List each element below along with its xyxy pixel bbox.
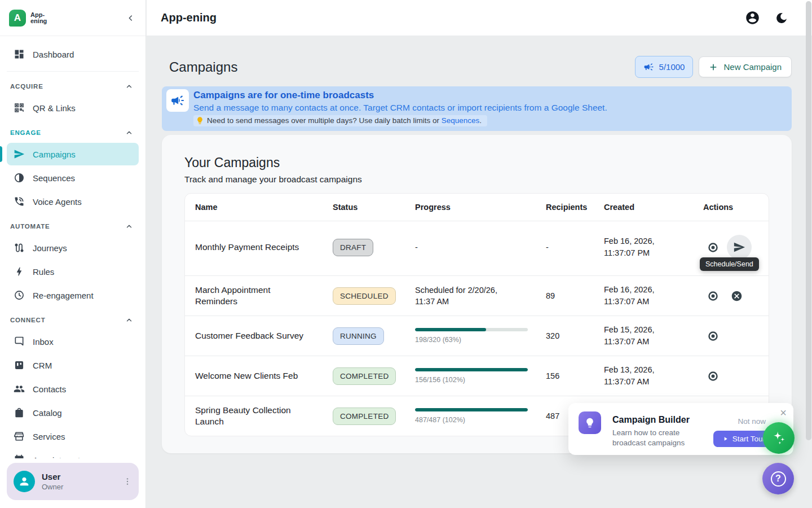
storefront-icon: [14, 431, 25, 442]
page-title: Campaigns: [169, 59, 237, 75]
status-badge: DRAFT: [333, 239, 373, 256]
send-icon: [733, 241, 745, 253]
sidebar-item-label: Appointments: [33, 456, 85, 459]
schedule-send-tooltip: Schedule/Send: [700, 257, 759, 271]
section-acquire[interactable]: ACQUIRE: [7, 74, 139, 95]
sidebar-item-catalog[interactable]: Catalog: [7, 401, 139, 424]
sequences-link[interactable]: Sequences: [442, 116, 480, 125]
progress-caption: 487/487 (102%): [415, 416, 539, 424]
recipients-cell: -: [539, 221, 597, 276]
sidebar-item-label: Inbox: [33, 337, 54, 347]
sequence-icon: [14, 172, 25, 183]
sidebar-item-crm[interactable]: CRM: [7, 354, 139, 376]
progress-cell: Scheduled for 2/20/26, 11:37 AM: [408, 276, 539, 316]
dark-mode-toggle[interactable]: [775, 11, 788, 25]
sidebar-logo-row: A App- ening: [0, 0, 145, 36]
usage-count: 5/1000: [659, 62, 685, 72]
created-cell: Feb 13, 2026, 11:37:07 AM: [597, 356, 696, 396]
ai-assistant-fab[interactable]: [763, 422, 795, 454]
sidebar-item-rules[interactable]: Rules: [7, 260, 139, 283]
cancel-button[interactable]: [727, 286, 746, 305]
status-badge: COMPLETED: [333, 367, 396, 385]
sidebar-item-label: Rules: [33, 267, 54, 277]
new-campaign-button[interactable]: New Campaign: [699, 56, 792, 77]
sidebar-item-inbox[interactable]: Inbox: [7, 330, 139, 353]
eye-icon: [707, 370, 719, 382]
view-button[interactable]: [703, 326, 722, 345]
col-progress: Progress: [408, 194, 539, 221]
progress-bar: [415, 328, 528, 331]
close-icon[interactable]: ×: [780, 406, 787, 419]
sidebar-item-qr-links[interactable]: QR & Links: [7, 97, 139, 119]
section-connect[interactable]: CONNECT: [7, 308, 139, 329]
sidebar-item-label: Dashboard: [33, 50, 74, 59]
sidebar-collapse-button[interactable]: [126, 14, 135, 23]
sidebar-item-contacts[interactable]: Contacts: [7, 378, 139, 400]
sidebar-item-dashboard[interactable]: Dashboard: [7, 43, 139, 65]
user-role: Owner: [42, 483, 63, 491]
campaign-builder-toast: Campaign Builder Learn how to create bro…: [568, 403, 793, 455]
page-scrollbar[interactable]: [806, 1, 811, 440]
campaign-name: March Appointment Reminders: [185, 276, 326, 316]
banner-megaphone-box: [166, 89, 189, 112]
sidebar-item-label: Voice Agents: [33, 197, 82, 207]
sidebar-item-sequences[interactable]: Sequences: [7, 167, 139, 189]
play-icon: [722, 436, 729, 442]
not-now-button[interactable]: Not now: [738, 417, 766, 426]
lightbulb-badge: [579, 411, 601, 434]
sidebar-item-label: Re-engagement: [33, 291, 94, 300]
section-subtitle: Track and manage your broadcast campaign…: [184, 174, 769, 185]
question-mark-icon: ?: [771, 471, 786, 487]
chevron-up-icon: [125, 82, 133, 90]
help-fab[interactable]: ?: [762, 463, 794, 494]
sidebar-item-appointments[interactable]: Appointments: [7, 449, 139, 458]
account-circle-icon: [745, 10, 760, 25]
section-engage[interactable]: ENGAGE: [7, 120, 139, 142]
topbar: App-ening: [147, 0, 812, 36]
kanban-icon: [14, 360, 25, 371]
chevron-up-icon: [125, 316, 133, 324]
sidebar-item-campaigns[interactable]: Campaigns: [7, 143, 139, 165]
sidebar-item-label: Contacts: [33, 384, 66, 394]
schedule-send-button[interactable]: [727, 235, 752, 260]
table-row: Welcome New Clients Feb COMPLETED 156/15…: [185, 356, 769, 396]
more-vertical-icon: [123, 477, 132, 486]
user-menu-button[interactable]: [123, 477, 132, 486]
user-panel[interactable]: User Owner: [7, 463, 139, 500]
col-actions: Actions: [696, 194, 769, 221]
calendar-icon: [14, 454, 25, 458]
sidebar-item-label: QR & Links: [33, 103, 76, 113]
view-button[interactable]: [703, 286, 722, 305]
view-button[interactable]: [703, 366, 722, 386]
lightbulb-icon: [584, 417, 595, 428]
send-icon: [14, 148, 25, 160]
view-button[interactable]: [703, 238, 722, 257]
sidebar-nav: Dashboard ACQUIRE QR & Links ENGAGE Camp…: [0, 36, 145, 458]
cancel-icon: [731, 290, 743, 302]
progress-caption: 156/156 (102%): [415, 376, 539, 384]
sidebar-item-journeys[interactable]: Journeys: [7, 237, 139, 259]
sidebar-item-label: CRM: [33, 361, 52, 370]
table-row: Monthly Payment Receipts DRAFT - - Feb 1…: [185, 221, 769, 276]
sidebar: A App- ening Dashboard ACQUIRE QR & Link…: [0, 0, 146, 508]
sidebar-item-re-engagement[interactable]: Re-engagement: [7, 284, 139, 306]
table-row: March Appointment Reminders SCHEDULED Sc…: [185, 276, 769, 316]
recipients-cell: 320: [539, 316, 597, 356]
sidebar-item-voice-agents[interactable]: Voice Agents: [7, 190, 139, 213]
col-name: Name: [185, 194, 326, 221]
section-automate[interactable]: AUTOMATE: [7, 214, 139, 235]
toast-body: Learn how to create broadcast campaigns: [612, 428, 703, 448]
app-title: App-ening: [161, 11, 217, 24]
eye-icon: [707, 290, 719, 302]
recipients-cell: 156: [539, 356, 597, 396]
chat-icon: [14, 336, 25, 347]
campaign-usage-badge[interactable]: 5/1000: [635, 56, 694, 78]
status-badge: COMPLETED: [333, 408, 396, 425]
account-button[interactable]: [745, 10, 760, 25]
campaign-name: Welcome New Clients Feb: [185, 356, 326, 396]
sidebar-item-services[interactable]: Services: [7, 425, 139, 448]
person-icon: [18, 475, 30, 488]
qr-code-icon: [14, 102, 25, 113]
lightbulb-icon: [196, 116, 204, 125]
banner-title: Campaigns are for one-time broadcasts: [193, 90, 607, 101]
